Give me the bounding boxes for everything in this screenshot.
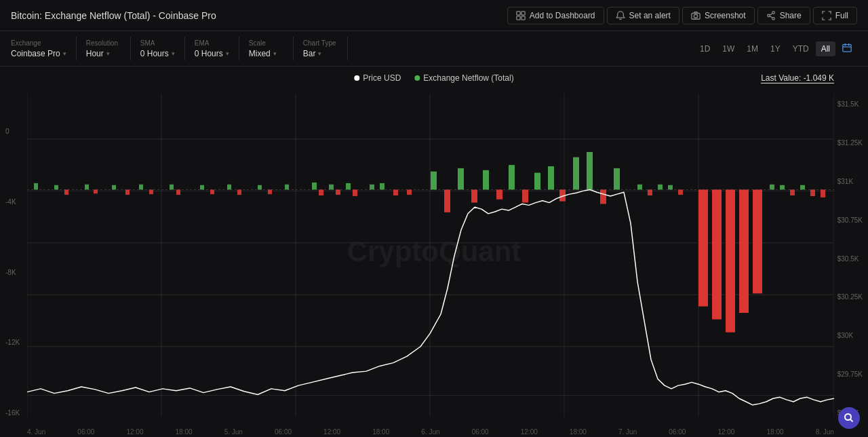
x-label-1200-3: 12:00 (521, 428, 538, 436)
x-label-0600-1: 06:00 (77, 428, 94, 436)
y-right-315k: $31.5K (837, 100, 863, 108)
time-btn-all[interactable]: All (816, 41, 835, 56)
exchange-chevron-icon: ▾ (63, 50, 66, 57)
svg-rect-50 (393, 189, 398, 195)
svg-rect-44 (346, 183, 351, 190)
svg-rect-64 (587, 152, 593, 189)
sma-select[interactable]: 0 Hours ▾ (140, 49, 175, 58)
x-label-0600-2: 06:00 (275, 428, 292, 436)
add-to-dashboard-button[interactable]: Add to Dashboard (507, 7, 604, 24)
calendar-icon (842, 43, 852, 52)
svg-rect-53 (444, 189, 450, 212)
x-label-1200-1: 12:00 (126, 428, 143, 436)
svg-rect-27 (112, 185, 116, 190)
svg-rect-81 (810, 189, 815, 196)
svg-rect-58 (509, 165, 515, 189)
scale-select[interactable]: Mixed ▾ (249, 49, 283, 58)
svg-rect-28 (139, 185, 143, 190)
svg-rect-35 (94, 189, 98, 193)
svg-rect-33 (285, 185, 289, 190)
chart-type-label: Chart Type (303, 39, 338, 47)
y-right-305k: $30.5K (837, 255, 863, 263)
header: Bitcoin: Exchange Netflow (Total) - Coin… (0, 0, 868, 31)
svg-rect-76 (753, 189, 762, 293)
x-label-1800-4: 18:00 (767, 428, 784, 436)
chart-type-control: Chart Type Bar ▾ (294, 37, 348, 60)
y-left-4k: -4K (5, 198, 20, 206)
svg-rect-57 (496, 189, 502, 199)
sma-control: SMA 0 Hours ▾ (131, 37, 185, 60)
svg-rect-75 (739, 189, 749, 313)
header-actions: Add to Dashboard Set an alert Screenshot (507, 7, 857, 24)
calendar-button[interactable] (837, 40, 857, 57)
x-label-7jun: 7. Jun (618, 428, 637, 436)
svg-rect-42 (312, 183, 317, 190)
share-button[interactable]: Share (757, 7, 810, 24)
full-button[interactable]: Full (813, 7, 857, 24)
y-right-30k: $30K (837, 332, 863, 339)
x-label-1800-1: 18:00 (176, 428, 193, 436)
last-value[interactable]: Last Value: -1.049 K (761, 73, 834, 83)
svg-rect-63 (573, 157, 579, 190)
x-label-4jun: 4. Jun (27, 428, 45, 436)
y-right-31k: $31K (837, 178, 863, 185)
svg-rect-49 (380, 183, 384, 190)
svg-rect-51 (407, 189, 412, 195)
svg-point-8 (772, 17, 774, 20)
svg-rect-9 (843, 45, 851, 52)
svg-rect-2 (517, 16, 520, 19)
exchange-control: Exchange Coinbase Pro ▾ (11, 37, 77, 60)
time-btn-1d[interactable]: 1D (694, 41, 715, 56)
svg-rect-55 (471, 189, 477, 202)
svg-point-6 (772, 11, 774, 14)
x-label-8jun: 8. Jun (816, 428, 834, 436)
ema-control: EMA 0 Hours ▾ (185, 37, 239, 60)
svg-rect-31 (227, 185, 231, 190)
svg-rect-47 (353, 189, 357, 196)
chart-legend: Price USD Exchange Netflow (Total) (354, 73, 513, 83)
set-alert-button[interactable]: Set an alert (607, 7, 679, 24)
y-right-3025k: $30.25K (837, 293, 863, 301)
controls-bar: Exchange Coinbase Pro ▾ Resolution Hour … (0, 31, 868, 66)
exchange-label: Exchange (11, 39, 66, 47)
time-btn-1y[interactable]: 1Y (765, 41, 786, 56)
svg-rect-34 (64, 189, 68, 195)
resolution-control: Resolution Hour ▾ (77, 37, 131, 60)
x-label-5jun: 5. Jun (224, 428, 243, 436)
y-axis-right: $31.5K $31.25K $31K $30.75K $30.5K $30.2… (837, 94, 863, 417)
ema-label: EMA (195, 39, 229, 47)
svg-rect-36 (125, 189, 130, 195)
resolution-label: Resolution (86, 39, 121, 47)
legend-price: Price USD (354, 73, 401, 83)
time-btn-1m[interactable]: 1M (741, 41, 764, 56)
time-btn-1w[interactable]: 1W (717, 41, 740, 56)
fullscreen-icon (822, 11, 831, 20)
price-legend-dot (354, 75, 359, 81)
y-right-3075k: $30.75K (837, 216, 863, 224)
svg-rect-77 (770, 185, 774, 190)
svg-rect-3 (521, 16, 525, 19)
resolution-select[interactable]: Hour ▾ (86, 49, 121, 58)
x-label-1800-2: 18:00 (372, 428, 389, 436)
svg-rect-52 (431, 172, 437, 190)
svg-point-83 (845, 414, 851, 420)
svg-rect-67 (637, 185, 642, 190)
chart-type-select[interactable]: Bar ▾ (303, 49, 338, 58)
svg-rect-1 (521, 11, 525, 14)
x-label-6jun: 6. Jun (421, 428, 439, 436)
time-btn-ytd[interactable]: YTD (787, 41, 814, 56)
exchange-select[interactable]: Coinbase Pro ▾ (11, 49, 66, 58)
x-label-1800-3: 18:00 (570, 428, 587, 436)
ema-select[interactable]: 0 Hours ▾ (195, 49, 229, 58)
scale-control: Scale Mixed ▾ (239, 37, 294, 60)
y-right-3125k: $31.25K (837, 139, 863, 147)
y-left-16k: -16K (5, 409, 20, 417)
svg-rect-48 (370, 185, 374, 190)
chart-container: Price USD Exchange Netflow (Total) Last … (0, 66, 868, 437)
scale-chevron-icon: ▾ (273, 50, 277, 57)
x-label-0600-3: 06:00 (472, 428, 489, 436)
y-left-12k: -12K (5, 339, 20, 346)
search-icon (844, 413, 854, 423)
screenshot-button[interactable]: Screenshot (682, 7, 755, 24)
search-fab-button[interactable] (838, 407, 860, 429)
